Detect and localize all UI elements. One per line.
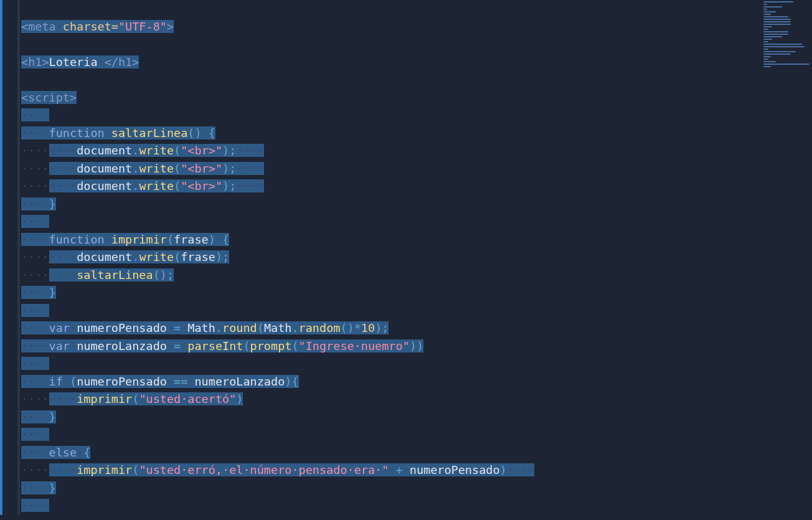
code-line[interactable] xyxy=(21,0,812,18)
code-line[interactable]: ····} xyxy=(21,284,812,302)
code-line[interactable]: ···· xyxy=(21,355,812,373)
code-line[interactable]: ···· xyxy=(21,426,812,444)
gutter-change-bar xyxy=(0,0,2,515)
code-line[interactable] xyxy=(21,71,812,89)
code-line[interactable]: ····function·saltarLinea()·{ xyxy=(21,125,812,143)
code-line[interactable]: <h1>Loteria·</h1> xyxy=(21,54,812,72)
code-line[interactable]: ········imprimir("usted·acertó") xyxy=(21,390,812,409)
code-line[interactable]: ········saltarLinea(); xyxy=(21,267,812,285)
code-line[interactable]: ····var·numeroPensado·=·Math.round(Math.… xyxy=(21,319,812,338)
minimap[interactable] xyxy=(761,0,812,30)
code-line[interactable]: ···· xyxy=(21,302,812,320)
code-line[interactable]: ····else·{ xyxy=(21,444,812,462)
code-line[interactable]: <meta·charset="UTF-8"> xyxy=(21,18,812,36)
code-line[interactable]: ········document.write("<br>");···· xyxy=(21,142,812,160)
code-line[interactable]: <script> xyxy=(21,89,812,107)
code-line[interactable]: ···· xyxy=(21,497,812,515)
code-line[interactable]: ········document.write("<br>");···· xyxy=(21,177,812,196)
code-line[interactable]: ········document.write("<br>");···· xyxy=(21,160,812,178)
code-line[interactable]: ···· xyxy=(21,106,812,125)
code-editor[interactable]: <meta·charset="UTF-8"><h1>Loteria·</h1><… xyxy=(21,0,812,520)
code-line[interactable]: ···· xyxy=(21,213,812,231)
code-line[interactable]: ········imprimir("usted·erró,·el·número·… xyxy=(21,461,812,480)
code-line[interactable] xyxy=(21,35,812,54)
code-line[interactable]: ····var·numeroLanzado·=·parseInt(prompt(… xyxy=(21,338,812,356)
code-line[interactable]: ········document.write(frase); xyxy=(21,248,812,267)
code-line[interactable]: ····function·imprimir(frase)·{ xyxy=(21,231,812,249)
code-line[interactable]: ····} xyxy=(21,196,812,214)
code-line[interactable]: ····} xyxy=(21,409,812,427)
code-line[interactable]: ····} xyxy=(21,480,812,498)
code-line[interactable]: ····if·(numeroPensado·==·numeroLanzado){ xyxy=(21,373,812,391)
editor-gutter xyxy=(0,0,21,520)
